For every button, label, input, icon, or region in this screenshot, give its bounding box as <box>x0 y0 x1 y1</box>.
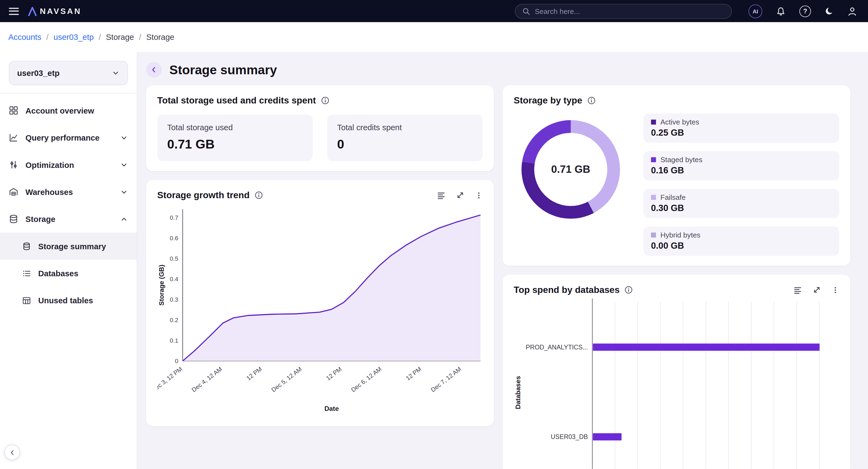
legend-label: Active bytes <box>660 118 699 126</box>
svg-text:0: 0 <box>175 357 178 365</box>
sidebar-item-label: Query performance <box>25 133 99 142</box>
legend-item-hybrid-bytes[interactable]: Hybrid bytes 0.00 GB <box>643 226 839 255</box>
svg-text:12 PM: 12 PM <box>325 366 343 382</box>
sidebar-item-query-performance[interactable]: Query performance <box>0 124 137 151</box>
legend-value: 0.00 GB <box>651 241 831 251</box>
stat-total-storage-used: Total storage used 0.71 GB <box>157 115 313 161</box>
breadcrumb-separator: / <box>99 33 101 41</box>
legend-label: Staged bytes <box>660 156 703 164</box>
donut-center-value: 0.71 GB <box>534 133 607 206</box>
legend-item-staged-bytes[interactable]: Staged bytes 0.16 GB <box>643 151 839 181</box>
search-icon <box>522 7 530 15</box>
card-title: Top spend by databases <box>514 284 620 295</box>
legend-item-active-bytes[interactable]: Active bytes 0.25 GB <box>643 114 839 143</box>
sidebar-item-optimization[interactable]: Optimization <box>0 151 137 178</box>
brand-text: NAVSAN <box>40 6 81 15</box>
database-icon <box>9 214 18 224</box>
dashboard-grid-icon <box>9 106 18 115</box>
svg-text:0.4: 0.4 <box>170 276 178 283</box>
sidebar-item-account-overview[interactable]: Account overview <box>0 97 137 124</box>
brand-logo[interactable]: NAVSAN <box>28 6 81 15</box>
sidebar-item-unused-tables[interactable]: Unused tables <box>0 287 137 314</box>
info-icon[interactable] <box>255 191 263 199</box>
storage-summary-icon <box>22 242 31 250</box>
info-icon[interactable] <box>321 96 329 104</box>
breadcrumb-separator: / <box>139 33 141 41</box>
card-title: Storage by type <box>514 95 582 106</box>
main-content: Storage summary Total storage used and c… <box>137 52 868 469</box>
stat-label: Total storage used <box>167 123 303 132</box>
breadcrumb-separator: / <box>46 33 49 41</box>
chevron-left-icon <box>8 449 16 456</box>
chevron-left-icon <box>150 66 158 73</box>
chevron-down-icon <box>120 188 128 196</box>
card-title: Storage growth trend <box>157 190 249 201</box>
dark-mode-moon-icon[interactable] <box>825 6 834 15</box>
expand-icon[interactable] <box>813 286 821 294</box>
svg-text:0.7: 0.7 <box>170 214 178 221</box>
svg-text:12 PM: 12 PM <box>245 366 263 382</box>
logo-a-icon <box>28 6 37 15</box>
account-selector-dropdown[interactable]: user03_etp <box>9 61 128 85</box>
kebab-menu-icon[interactable] <box>475 191 483 199</box>
ai-assistant-button[interactable]: AI <box>748 4 763 18</box>
topbar-icon-group: AI ? <box>748 4 859 18</box>
info-icon[interactable] <box>587 96 595 104</box>
sidebar-item-label: Databases <box>38 269 78 278</box>
sidebar-item-warehouses[interactable]: Warehouses <box>0 178 137 205</box>
chevron-down-icon <box>120 161 128 168</box>
svg-text:Dec 6, 12 AM: Dec 6, 12 AM <box>350 366 383 394</box>
legend-value: 0.25 GB <box>651 128 831 138</box>
svg-text:PROD_ANALYTICS...: PROD_ANALYTICS... <box>526 344 588 351</box>
chevron-up-icon <box>120 215 128 223</box>
storage-by-type-card: Storage by type 0.71 GB Active <box>503 85 850 265</box>
stat-label: Total credits spent <box>337 123 473 132</box>
chevron-down-icon <box>112 69 120 77</box>
legend-item-failsafe[interactable]: Failsafe 0.30 GB <box>643 189 839 218</box>
stat-value: 0 <box>337 137 473 152</box>
total-storage-card: Total storage used and credits spent Tot… <box>146 85 494 171</box>
app-window: NAVSAN AI ? <box>0 0 868 469</box>
top-spend-bar-chart[interactable]: PROD_ANALYTICS...USER03_DBDatabases <box>514 299 839 469</box>
table-icon <box>22 296 31 305</box>
sliders-icon <box>9 160 18 169</box>
sidebar-item-label: Storage <box>25 215 55 223</box>
storage-type-donut-chart[interactable]: 0.71 GB <box>521 120 620 219</box>
global-search[interactable] <box>515 4 732 19</box>
search-input[interactable] <box>535 7 725 15</box>
svg-text:0.5: 0.5 <box>170 255 178 262</box>
sidebar-item-label: Warehouses <box>25 188 73 196</box>
svg-text:Date: Date <box>324 405 339 412</box>
chart-summary-icon[interactable] <box>793 285 802 294</box>
expand-icon[interactable] <box>456 191 464 199</box>
chevron-down-icon <box>120 134 128 142</box>
sidebar-item-databases[interactable]: Databases <box>0 260 137 287</box>
kebab-menu-icon[interactable] <box>831 285 839 294</box>
list-icon <box>22 269 31 278</box>
svg-text:0.3: 0.3 <box>170 296 178 303</box>
user-profile-icon[interactable] <box>847 6 857 15</box>
sidebar-item-label: Optimization <box>25 160 74 169</box>
sidebar-item-storage-summary[interactable]: Storage summary <box>0 232 137 260</box>
legend-value: 0.30 GB <box>651 203 831 213</box>
page-back-button[interactable] <box>146 62 162 77</box>
chart-summary-icon[interactable] <box>437 191 445 199</box>
storage-growth-chart[interactable]: 00.10.20.30.40.50.60.7Dec 3, 12 PMDec 4,… <box>157 204 483 414</box>
svg-text:0.2: 0.2 <box>170 317 178 323</box>
svg-text:0.1: 0.1 <box>170 337 178 344</box>
info-icon[interactable] <box>624 286 633 294</box>
sidebar-item-storage[interactable]: Storage <box>0 205 137 232</box>
sidebar-item-label: Storage summary <box>38 242 106 250</box>
breadcrumb-current: Storage <box>146 33 175 41</box>
breadcrumb-storage[interactable]: Storage <box>106 33 134 41</box>
notifications-bell-icon[interactable] <box>776 6 785 15</box>
legend-value: 0.16 GB <box>651 165 831 176</box>
svg-text:Storage (GB): Storage (GB) <box>158 264 165 306</box>
stat-value: 0.71 GB <box>167 137 303 152</box>
breadcrumb-account-name[interactable]: user03_etp <box>54 33 94 41</box>
breadcrumb-accounts[interactable]: Accounts <box>8 33 41 41</box>
help-icon[interactable]: ? <box>800 5 811 17</box>
stat-total-credits-spent: Total credits spent 0 <box>327 115 483 161</box>
sidebar-collapse-button[interactable] <box>4 445 20 460</box>
hamburger-menu-icon[interactable] <box>9 7 19 14</box>
